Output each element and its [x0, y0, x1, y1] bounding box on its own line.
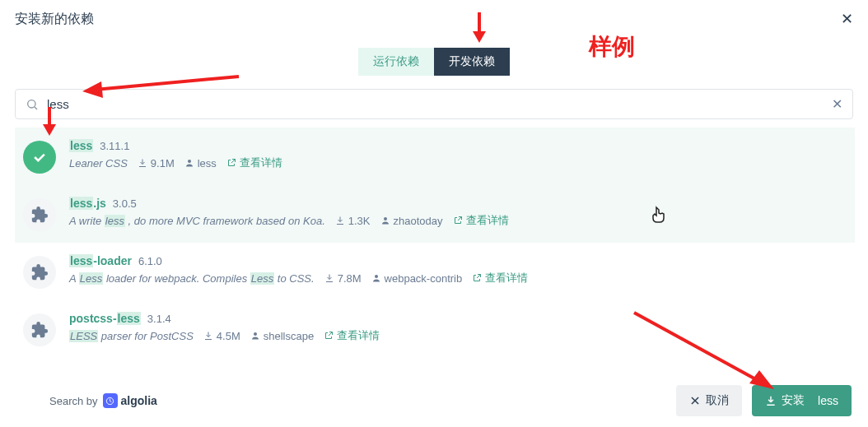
dependency-tabs: 运行依赖 开发依赖 — [0, 48, 868, 76]
package-owner: less — [184, 157, 217, 169]
puzzle-icon — [23, 256, 56, 289]
check-icon — [23, 141, 56, 174]
package-downloads: 7.8M — [324, 272, 362, 285]
package-version: 3.11.1 — [100, 140, 129, 152]
view-details-link[interactable]: 查看详情 — [226, 155, 282, 170]
package-version: 3.0.5 — [113, 197, 137, 210]
close-button[interactable]: ✕ — [841, 10, 853, 28]
result-row[interactable]: less.js 3.0.5 A write less , do more MVC… — [15, 185, 855, 243]
view-details-link[interactable]: 查看详情 — [453, 213, 509, 228]
package-name: less-loader — [69, 254, 132, 267]
svg-marker-10 — [473, 31, 486, 43]
algolia-icon — [103, 393, 118, 408]
package-name: less — [69, 139, 93, 152]
package-downloads: 4.5M — [203, 330, 240, 342]
package-downloads: 9.1M — [138, 157, 175, 169]
tab-dev-deps[interactable]: 开发依赖 — [434, 48, 510, 76]
search-by-label: Search by algolia — [49, 393, 157, 408]
package-name: postcss-less — [69, 312, 141, 325]
package-description: LESS parser for PostCSS — [69, 330, 194, 342]
package-version: 3.1.4 — [147, 313, 171, 325]
package-name: less.js — [69, 197, 106, 210]
clear-search-button[interactable]: ✕ — [832, 96, 842, 112]
tab-runtime-deps[interactable]: 运行依赖 — [358, 48, 434, 76]
svg-line-1 — [35, 107, 37, 109]
svg-point-4 — [375, 275, 378, 278]
svg-point-0 — [28, 100, 35, 107]
package-owner: shellscape — [250, 330, 314, 342]
puzzle-icon — [23, 313, 56, 346]
package-description: A Less loader for webpack. Compiles Less… — [69, 272, 315, 285]
result-row[interactable]: postcss-values-parser 3.2.1 — [15, 358, 855, 371]
dialog-footer: Search by algolia 取消 安装 less — [0, 374, 868, 427]
package-version: 6.1.0 — [138, 255, 162, 267]
package-name: postcss-values-parser — [69, 369, 192, 371]
package-owner: zhaotoday — [380, 215, 443, 227]
puzzle-icon — [23, 198, 56, 231]
cancel-button[interactable]: 取消 — [676, 385, 742, 416]
svg-point-2 — [188, 160, 191, 163]
package-version: 3.2.1 — [198, 370, 222, 371]
install-button[interactable]: 安装 less — [752, 385, 852, 416]
close-icon — [689, 395, 701, 406]
package-owner: webpack-contrib — [371, 272, 463, 285]
view-details-link[interactable]: 查看详情 — [324, 328, 380, 343]
package-description: Leaner CSS — [69, 157, 128, 169]
search-icon — [26, 98, 39, 111]
result-row[interactable]: less-loader 6.1.0 A Less loader for webp… — [15, 243, 855, 300]
search-input[interactable] — [47, 97, 824, 111]
results-list[interactable]: less 3.11.1 Leaner CSS 9.1M less 查看详情 le… — [15, 128, 858, 371]
search-bar: ✕ — [15, 89, 853, 119]
svg-point-5 — [254, 332, 257, 336]
result-row[interactable]: postcss-less 3.1.4 LESS parser for PostC… — [15, 300, 855, 358]
svg-point-3 — [384, 217, 387, 220]
package-downloads: 1.3K — [335, 215, 371, 227]
download-icon — [765, 395, 777, 406]
algolia-badge: algolia — [103, 393, 157, 408]
package-description: A write less , do more MVC framework bas… — [69, 215, 325, 227]
view-details-link[interactable]: 查看详情 — [472, 271, 528, 285]
dialog-title: 安装新的依赖 — [15, 11, 94, 28]
svg-line-11 — [95, 77, 239, 90]
result-row[interactable]: less 3.11.1 Leaner CSS 9.1M less 查看详情 — [15, 128, 855, 185]
